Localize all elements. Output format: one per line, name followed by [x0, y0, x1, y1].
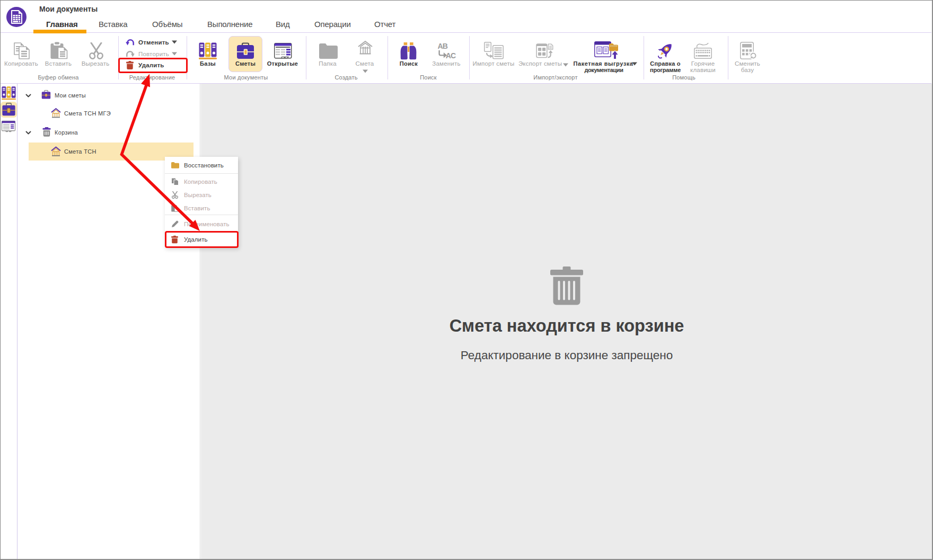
- svg-text:AB: AB: [438, 42, 448, 50]
- svg-text:AC: AC: [446, 51, 456, 59]
